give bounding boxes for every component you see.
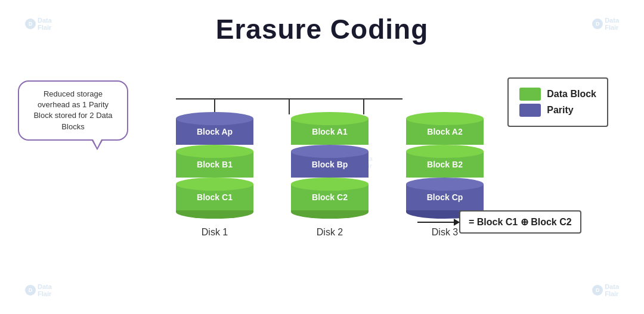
watermark-icon-br: D — [592, 285, 603, 296]
watermark-text-br: Data Flair — [605, 283, 619, 297]
disk1-block-b1-cap — [176, 145, 253, 158]
legend-item-parity: Parity — [519, 104, 596, 117]
disk-group-2: Block A1 Block Bp Block C2 Disk 2 — [291, 112, 369, 238]
disk2-label: Disk 2 — [317, 227, 343, 238]
disk1-block-c1-cap — [176, 178, 253, 191]
legend-color-purple — [519, 104, 541, 117]
arrow-line — [417, 222, 459, 223]
disk3-block-cp-cap — [406, 178, 484, 191]
disk2-block-bp-cap — [291, 145, 369, 158]
watermark-text-bl: Data Flair — [38, 283, 52, 297]
disk1-top-cap — [176, 112, 253, 125]
disk2-block-c2-cap — [291, 178, 369, 191]
equation-box: = Block C1 ⊕ Block C2 — [459, 210, 581, 234]
disk3-top-cap — [406, 112, 484, 125]
legend-item-data-block: Data Block — [519, 88, 596, 101]
watermark-bottom-right: D Data Flair — [592, 283, 619, 297]
disk3-block-b2-cap — [406, 145, 484, 158]
speech-bubble: Reduced storage overhead as 1 Parity Blo… — [18, 80, 128, 141]
disk1-bottom — [176, 210, 253, 219]
disk2-bottom — [291, 210, 369, 219]
watermark-icon-bl: D — [25, 285, 36, 296]
arrow-equation: = Block C1 ⊕ Block C2 — [417, 210, 581, 234]
equation-text: = Block C1 ⊕ Block C2 — [469, 217, 572, 227]
disk1-label: Disk 1 — [202, 227, 228, 238]
watermark-bottom-left: D Data Flair — [25, 283, 52, 297]
legend-box: Data Block Parity — [507, 77, 608, 127]
page-title: Erasure Coding — [0, 13, 644, 45]
disk2-top-cap — [291, 112, 369, 125]
page: D Data Flair D Data Flair D Data Flair D… — [0, 0, 644, 314]
legend-label-parity: Parity — [547, 105, 573, 116]
legend-label-data-block: Data Block — [547, 89, 596, 100]
speech-bubble-text: Reduced storage overhead as 1 Parity Blo… — [33, 89, 112, 131]
disk-group-1: Block Ap Block B1 Block C1 Disk 1 — [176, 112, 253, 238]
legend-color-green — [519, 88, 541, 101]
